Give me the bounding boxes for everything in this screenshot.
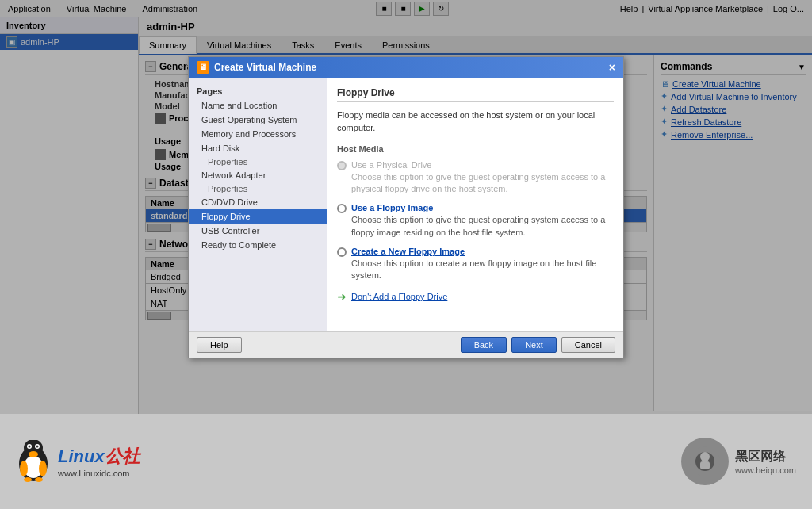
nav-ready-complete[interactable]: Ready to Complete xyxy=(189,238,327,252)
no-floppy-option: ➜ Don't Add a Floppy Drive xyxy=(337,290,614,303)
dialog-close-btn[interactable]: × xyxy=(609,61,615,74)
nav-network-adapter[interactable]: Network Adapter xyxy=(189,168,327,182)
radio-floppy-image[interactable] xyxy=(337,204,347,213)
svg-point-14 xyxy=(700,452,710,461)
dialog-body: Pages Name and Location Guest Operating … xyxy=(189,78,623,331)
option-physical-drive: Use a Physical Drive Choose this option … xyxy=(337,160,614,196)
dialog-footer: Help Back Next Cancel xyxy=(189,331,623,358)
nav-properties-1[interactable]: Properties xyxy=(189,155,327,168)
floppy-image-desc: Choose this option to give the guest ope… xyxy=(351,214,614,239)
svg-point-9 xyxy=(39,461,47,476)
nav-hard-disk[interactable]: Hard Disk xyxy=(189,141,327,155)
nav-floppy-drive[interactable]: Floppy Drive xyxy=(189,209,327,224)
heiqu-logo: 黑区网络 www.heiqu.com xyxy=(681,438,796,485)
floppy-title: Floppy Drive xyxy=(337,87,614,102)
modal-overlay: 🖥 Create Virtual Machine × Pages Name an… xyxy=(0,0,812,414)
penguin-icon xyxy=(16,440,52,484)
no-floppy-link[interactable]: Don't Add a Floppy Drive xyxy=(351,292,447,301)
linux-text: Linux公社 www.Linuxidc.com xyxy=(58,445,140,478)
new-floppy-image-label[interactable]: Create a New Floppy Image xyxy=(351,247,614,256)
dialog-title-icon: 🖥 xyxy=(197,61,209,74)
dialog-pages-header: Pages xyxy=(189,84,327,98)
svg-point-6 xyxy=(36,445,39,447)
svg-point-5 xyxy=(29,445,31,447)
svg-rect-15 xyxy=(700,461,710,469)
svg-point-8 xyxy=(20,461,28,476)
nav-properties-2[interactable]: Properties xyxy=(189,182,327,195)
dialog-title-bar: 🖥 Create Virtual Machine × xyxy=(189,57,623,78)
floppy-desc: Floppy media can be accessed on the host… xyxy=(337,109,614,135)
new-floppy-image-desc: Choose this option to create a new flopp… xyxy=(351,258,614,282)
nav-cdvd-drive[interactable]: CD/DVD Drive xyxy=(189,195,327,209)
physical-drive-label: Use a Physical Drive xyxy=(351,160,614,170)
back-button[interactable]: Back xyxy=(461,337,507,353)
host-media-header: Host Media xyxy=(337,144,614,154)
create-vm-dialog: 🖥 Create Virtual Machine × Pages Name an… xyxy=(188,56,624,358)
bottom-area: Linux公社 www.Linuxidc.com 黑区网络 www.heiqu.… xyxy=(0,414,812,509)
dialog-content: Floppy Drive Floppy media can be accesse… xyxy=(327,78,623,331)
svg-point-10 xyxy=(24,477,32,482)
heiqu-circle-icon xyxy=(681,438,729,485)
svg-point-11 xyxy=(35,477,43,482)
cancel-button[interactable]: Cancel xyxy=(561,337,615,353)
physical-drive-desc: Choose this option to give the guest ope… xyxy=(351,171,614,196)
nav-memory-proc[interactable]: Memory and Processors xyxy=(189,127,327,141)
next-button[interactable]: Next xyxy=(511,337,557,353)
option-floppy-image: Use a Floppy Image Choose this option to… xyxy=(337,203,614,239)
dialog-title-label: Create Virtual Machine xyxy=(214,62,316,73)
option-new-floppy-image: Create a New Floppy Image Choose this op… xyxy=(337,247,614,282)
heiqu-text-block: 黑区网络 www.heiqu.com xyxy=(735,449,796,475)
linux-logo: Linux公社 www.Linuxidc.com xyxy=(16,440,140,484)
radio-new-floppy-image[interactable] xyxy=(337,247,347,257)
svg-point-7 xyxy=(29,451,38,457)
no-floppy-arrow: ➜ xyxy=(337,290,347,303)
nav-usb-controller[interactable]: USB Controller xyxy=(189,224,327,238)
dialog-nav: Pages Name and Location Guest Operating … xyxy=(189,78,327,331)
floppy-image-label[interactable]: Use a Floppy Image xyxy=(351,203,614,212)
help-button[interactable]: Help xyxy=(197,337,242,353)
nav-guest-os[interactable]: Guest Operating System xyxy=(189,113,327,127)
footer-buttons: Back Next Cancel xyxy=(461,337,615,353)
radio-physical-drive[interactable] xyxy=(337,161,347,170)
nav-name-location[interactable]: Name and Location xyxy=(189,98,327,113)
